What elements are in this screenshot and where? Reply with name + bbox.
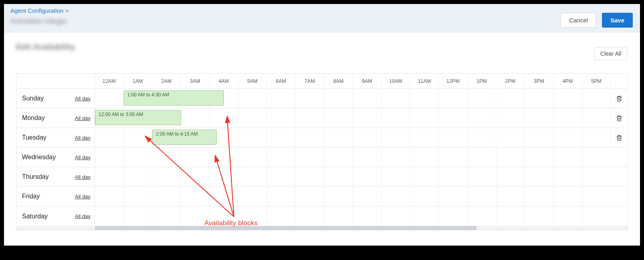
hour-cell[interactable] <box>296 89 324 108</box>
hour-cell[interactable] <box>525 187 554 206</box>
hour-cell[interactable] <box>382 167 411 186</box>
hour-cell[interactable] <box>467 108 496 128</box>
hour-cell[interactable] <box>382 128 411 147</box>
hour-cell[interactable] <box>525 128 553 147</box>
hour-cell[interactable] <box>410 128 439 147</box>
hour-cell[interactable] <box>267 128 296 147</box>
hour-cell[interactable] <box>497 187 525 206</box>
breadcrumb[interactable]: Agent Configuration > <box>10 7 634 14</box>
hour-cells[interactable] <box>95 167 611 186</box>
hour-cell[interactable] <box>152 148 181 167</box>
hour-cell[interactable] <box>124 206 153 226</box>
hour-cell[interactable] <box>496 89 525 108</box>
hour-cell[interactable] <box>582 148 611 167</box>
hour-cell[interactable] <box>181 187 210 206</box>
hour-cell[interactable] <box>95 128 124 147</box>
hour-cell[interactable] <box>296 187 324 206</box>
hour-cell[interactable] <box>467 89 496 108</box>
hour-cell[interactable] <box>296 128 324 147</box>
hour-cell[interactable] <box>296 108 324 128</box>
availability-block[interactable]: 1:00 AM to 4:30 AM <box>124 90 224 106</box>
trash-icon[interactable] <box>616 95 622 102</box>
hour-cell[interactable] <box>296 206 324 226</box>
all-day-link[interactable]: All day <box>75 154 91 160</box>
hour-cell[interactable] <box>497 167 525 186</box>
hour-cell[interactable] <box>267 167 296 186</box>
hour-cell[interactable] <box>410 108 439 128</box>
hour-cells[interactable]: 2:00 AM to 4:15 AM <box>95 128 611 147</box>
hour-cell[interactable] <box>439 128 468 147</box>
hour-cell[interactable] <box>324 128 353 147</box>
hour-cell[interactable] <box>554 148 583 167</box>
hour-cell[interactable] <box>382 187 411 206</box>
hour-cell[interactable] <box>324 89 353 108</box>
hour-cell[interactable] <box>209 108 238 128</box>
hour-cell[interactable] <box>525 206 554 226</box>
hour-cell[interactable] <box>439 167 468 186</box>
clear-all-button[interactable]: Clear All <box>594 47 627 60</box>
hour-cell[interactable] <box>411 167 439 186</box>
hour-cell[interactable] <box>496 108 525 128</box>
hour-cell[interactable] <box>267 187 296 206</box>
hour-cell[interactable] <box>497 148 525 167</box>
hour-cell[interactable] <box>324 108 353 128</box>
hour-cell[interactable] <box>411 148 439 167</box>
hour-cell[interactable] <box>353 148 382 167</box>
hour-cell[interactable] <box>353 167 382 186</box>
hour-cell[interactable] <box>95 148 124 167</box>
hour-cell[interactable] <box>353 128 382 147</box>
hour-cell[interactable] <box>238 167 267 186</box>
all-day-link[interactable]: All day <box>75 115 91 121</box>
hour-cells[interactable] <box>95 148 611 167</box>
hour-cell[interactable] <box>439 206 468 226</box>
hour-cell[interactable] <box>238 187 267 206</box>
availability-block[interactable]: 12:00 AM to 3:00 AM <box>95 110 181 125</box>
hour-cell[interactable] <box>582 167 611 186</box>
hour-cells[interactable]: 12:00 AM to 3:00 AM <box>95 108 611 128</box>
hour-cell[interactable] <box>382 89 411 108</box>
hour-cell[interactable] <box>439 187 468 206</box>
save-button[interactable]: Save <box>602 13 633 28</box>
cancel-button[interactable]: Cancel <box>561 13 596 28</box>
hour-cell[interactable] <box>468 148 497 167</box>
hour-cell[interactable] <box>468 167 497 186</box>
hour-cell[interactable] <box>411 206 439 226</box>
horizontal-scrollbar[interactable] <box>16 226 628 230</box>
hour-cell[interactable] <box>124 128 153 147</box>
hour-cell[interactable] <box>267 148 296 167</box>
hour-cell[interactable] <box>124 167 153 186</box>
hour-cell[interactable] <box>267 89 296 108</box>
hour-cell[interactable] <box>467 128 496 147</box>
hour-cell[interactable] <box>353 108 382 128</box>
hour-cell[interactable] <box>554 206 583 226</box>
hour-cell[interactable] <box>439 108 468 128</box>
hour-cell[interactable] <box>553 89 582 108</box>
all-day-link[interactable]: All day <box>75 194 91 200</box>
hour-cell[interactable] <box>382 108 411 128</box>
hour-cell[interactable] <box>324 187 353 206</box>
hour-cell[interactable] <box>353 89 382 108</box>
hour-cells[interactable] <box>95 206 611 226</box>
hour-cell[interactable] <box>238 108 267 128</box>
all-day-link[interactable]: All day <box>75 213 91 219</box>
hour-cell[interactable] <box>267 108 296 128</box>
hour-cell[interactable] <box>525 108 553 128</box>
hour-cell[interactable] <box>553 108 582 128</box>
availability-block[interactable]: 2:00 AM to 4:15 AM <box>152 130 217 145</box>
trash-icon[interactable] <box>616 134 622 141</box>
hour-cell[interactable] <box>324 206 353 226</box>
hour-cell[interactable] <box>152 167 181 186</box>
hour-cells[interactable] <box>95 187 611 206</box>
hour-cell[interactable] <box>152 206 181 226</box>
hour-cell[interactable] <box>324 167 353 186</box>
all-day-link[interactable]: All day <box>75 96 91 102</box>
hour-cell[interactable] <box>496 128 525 147</box>
hour-cell[interactable] <box>353 187 382 206</box>
hour-cell[interactable] <box>382 148 411 167</box>
all-day-link[interactable]: All day <box>75 174 91 180</box>
hour-cell[interactable] <box>411 187 439 206</box>
hour-cell[interactable] <box>296 148 324 167</box>
hour-cell[interactable] <box>468 187 497 206</box>
trash-icon[interactable] <box>616 115 622 122</box>
hour-cell[interactable] <box>324 148 353 167</box>
